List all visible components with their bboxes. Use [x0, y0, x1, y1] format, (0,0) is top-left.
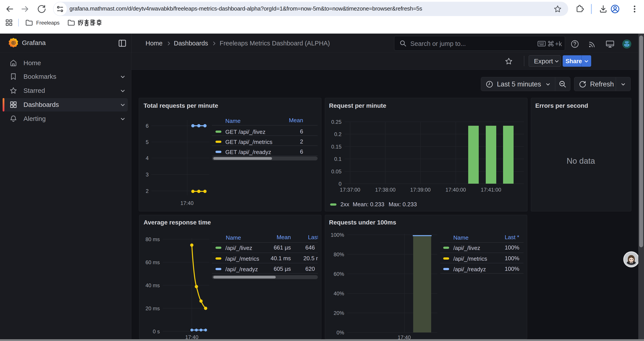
- svg-text:3: 3: [146, 172, 148, 178]
- svg-text:6: 6: [146, 123, 148, 129]
- svg-text:0%: 0%: [336, 329, 344, 335]
- svg-text:17:40:00: 17:40:00: [446, 187, 466, 193]
- svg-text:80%: 80%: [334, 251, 344, 257]
- svg-text:80 ms: 80 ms: [146, 236, 160, 242]
- svg-text:17:37:00: 17:37:00: [340, 187, 360, 193]
- svg-text:100%: 100%: [331, 232, 344, 238]
- svg-text:0.2: 0.2: [334, 131, 342, 137]
- svg-text:5: 5: [146, 139, 148, 145]
- svg-text:0.15: 0.15: [331, 144, 342, 150]
- svg-text:0: 0: [339, 181, 342, 187]
- svg-text:0 s: 0 s: [153, 328, 160, 334]
- svg-text:20%: 20%: [334, 310, 344, 316]
- svg-text:40 ms: 40 ms: [146, 282, 160, 288]
- svg-text:20 ms: 20 ms: [146, 305, 160, 311]
- svg-text:17:38:00: 17:38:00: [375, 187, 396, 193]
- svg-text:17:40: 17:40: [180, 200, 194, 206]
- svg-text:40%: 40%: [334, 290, 344, 296]
- svg-text:60%: 60%: [334, 271, 344, 277]
- svg-text:4: 4: [146, 155, 148, 161]
- svg-text:2: 2: [146, 188, 148, 194]
- svg-text:0.25: 0.25: [331, 119, 342, 125]
- svg-text:17:39:00: 17:39:00: [410, 187, 430, 193]
- svg-text:0.05: 0.05: [331, 169, 342, 174]
- svg-text:17:40: 17:40: [185, 334, 198, 339]
- svg-text:0.1: 0.1: [334, 156, 342, 162]
- svg-text:60 ms: 60 ms: [146, 259, 160, 265]
- svg-text:17:41:00: 17:41:00: [481, 187, 501, 193]
- svg-text:17:40: 17:40: [398, 334, 411, 339]
